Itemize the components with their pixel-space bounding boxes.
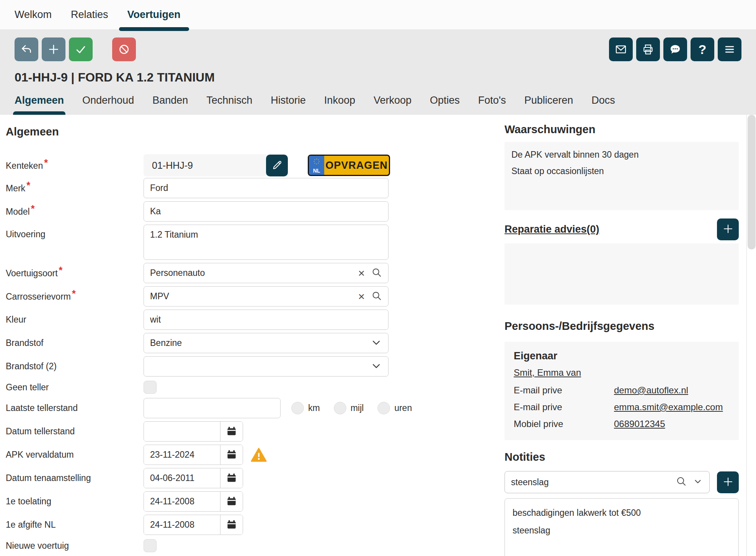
- subtab-fotos[interactable]: Foto's: [478, 95, 506, 111]
- subtab-docs[interactable]: Docs: [591, 95, 615, 111]
- calendar-button[interactable]: [220, 422, 243, 441]
- kenteken-label: Kenteken*: [6, 160, 144, 171]
- right-panel: Waarschuwingen De APK vervalt binnen 30 …: [505, 115, 739, 556]
- toelating-label: 1e toelating: [6, 496, 144, 507]
- subtab-opties[interactable]: Opties: [430, 95, 460, 111]
- printer-icon: [642, 43, 655, 56]
- plus-icon: [722, 223, 734, 236]
- search-icon[interactable]: [371, 267, 382, 280]
- edit-kenteken-button[interactable]: [266, 155, 288, 176]
- afgifte-input[interactable]: [144, 515, 220, 535]
- ban-icon: [118, 43, 131, 56]
- chat-button[interactable]: [663, 38, 687, 61]
- subtab-verkoop[interactable]: Verkoop: [374, 95, 411, 111]
- tab-relaties[interactable]: Relaties: [62, 0, 117, 29]
- datum-tellerstand-label: Datum tellerstand: [6, 426, 144, 437]
- tab-voertuigen[interactable]: Voertuigen: [119, 0, 189, 29]
- save-confirm-button[interactable]: [69, 38, 93, 61]
- warning-item: De APK vervalt binnen 30 dagen: [511, 147, 732, 163]
- calendar-button[interactable]: [220, 445, 243, 465]
- menu-button[interactable]: [718, 38, 741, 61]
- geen-teller-label: Geen teller: [6, 382, 144, 393]
- add-reparatie-advies-button[interactable]: [717, 218, 739, 240]
- laatste-tellerstand-input[interactable]: [144, 398, 281, 418]
- email-button[interactable]: [609, 38, 633, 61]
- nieuwe-voertuig-checkbox[interactable]: [144, 539, 157, 552]
- model-input[interactable]: [144, 201, 389, 222]
- carrosserievorm-input[interactable]: [144, 286, 389, 307]
- calendar-button[interactable]: [220, 492, 243, 511]
- vertical-scrollbar-thumb[interactable]: [748, 115, 756, 249]
- reparatie-advies-link[interactable]: Reparatie advies(0): [505, 223, 599, 235]
- toelating-input[interactable]: [144, 492, 220, 511]
- tellerstand-unit-group: km mijl uren: [291, 402, 412, 414]
- opvragen-label: OPVRAGEN: [324, 156, 389, 175]
- geen-teller-checkbox[interactable]: [144, 381, 157, 394]
- subtab-banden[interactable]: Banden: [152, 95, 188, 111]
- search-icon[interactable]: [371, 290, 382, 303]
- chevron-down-icon[interactable]: [370, 360, 382, 373]
- laatste-tellerstand-label: Laatste tellerstand: [6, 403, 144, 413]
- calendar-icon: [226, 448, 237, 461]
- brandstof2-select[interactable]: [144, 356, 389, 377]
- calendar-icon: [226, 472, 237, 484]
- apk-warning-icon: [250, 446, 268, 464]
- brandstof-select[interactable]: [144, 333, 389, 353]
- toolbar: ?: [15, 38, 741, 61]
- toolbar-right-group: ?: [609, 38, 741, 61]
- clear-icon[interactable]: ×: [358, 291, 365, 302]
- checkmark-icon: [74, 43, 87, 56]
- chevron-down-icon[interactable]: [693, 476, 703, 488]
- datum-tenaamstelling-input[interactable]: [144, 468, 220, 488]
- subtab-technisch[interactable]: Technisch: [206, 95, 252, 111]
- radio-circle[interactable]: [377, 402, 390, 414]
- notitie-item: steenslag: [513, 522, 731, 539]
- radio-circle[interactable]: [291, 402, 304, 414]
- general-form: Algemeen Kenteken* NL OPVRAGEN: [6, 115, 411, 556]
- calendar-button[interactable]: [220, 515, 243, 535]
- tab-welkom[interactable]: Welkom: [6, 0, 60, 29]
- unit-km-radio[interactable]: km: [291, 402, 320, 414]
- contact-label: Mobiel prive: [514, 419, 614, 429]
- content-area: Algemeen Kenteken* NL OPVRAGEN: [0, 115, 756, 556]
- datum-tellerstand-input[interactable]: [144, 422, 220, 441]
- help-button[interactable]: ?: [691, 38, 714, 61]
- apk-vervaldatum-input[interactable]: [144, 445, 220, 465]
- merk-input[interactable]: [144, 178, 389, 198]
- add-button[interactable]: [42, 38, 65, 61]
- vertical-scrollbar-track[interactable]: [746, 115, 756, 556]
- contact-email-link[interactable]: emma.smit@example.com: [614, 402, 730, 413]
- add-notitie-button[interactable]: [717, 471, 739, 493]
- required-marker: *: [59, 265, 63, 276]
- kenteken-input[interactable]: [144, 154, 268, 176]
- search-icon[interactable]: [675, 475, 687, 489]
- cancel-button[interactable]: [112, 38, 136, 61]
- subtab-historie[interactable]: Historie: [271, 95, 306, 111]
- reparatie-advies-row: Reparatie advies(0): [505, 218, 739, 240]
- contact-phone-link[interactable]: 0689012345: [614, 419, 730, 429]
- required-marker: *: [26, 180, 30, 191]
- voertuigsoort-input[interactable]: [144, 263, 389, 283]
- subtab-publiceren[interactable]: Publiceren: [524, 95, 573, 111]
- subtab-inkoop[interactable]: Inkoop: [324, 95, 355, 111]
- radio-circle[interactable]: [334, 402, 346, 414]
- opvragen-plate-button[interactable]: NL OPVRAGEN: [308, 155, 390, 176]
- plus-icon: [722, 476, 734, 489]
- hamburger-icon: [723, 43, 736, 56]
- kleur-input[interactable]: [144, 310, 389, 330]
- calendar-button[interactable]: [220, 468, 243, 488]
- print-button[interactable]: [636, 38, 660, 61]
- subtab-onderhoud[interactable]: Onderhoud: [82, 95, 134, 111]
- back-button[interactable]: [15, 38, 38, 61]
- subtab-algemeen[interactable]: Algemeen: [15, 95, 64, 111]
- unit-mijl-radio[interactable]: mijl: [334, 402, 364, 414]
- eigenaar-name-link[interactable]: Smit, Emma van: [514, 367, 581, 378]
- uitvoering-textarea[interactable]: 1.2 Titanium: [144, 225, 389, 260]
- chevron-down-icon[interactable]: [370, 336, 382, 350]
- eigenaar-box: Eigenaar Smit, Emma van E-mail prive dem…: [505, 342, 739, 440]
- contact-email-link[interactable]: demo@autoflex.nl: [614, 385, 730, 396]
- clear-icon[interactable]: ×: [358, 267, 365, 279]
- plus-icon: [47, 43, 60, 56]
- brandstof2-label: Brandstof (2): [6, 361, 144, 372]
- unit-uren-radio[interactable]: uren: [377, 402, 412, 414]
